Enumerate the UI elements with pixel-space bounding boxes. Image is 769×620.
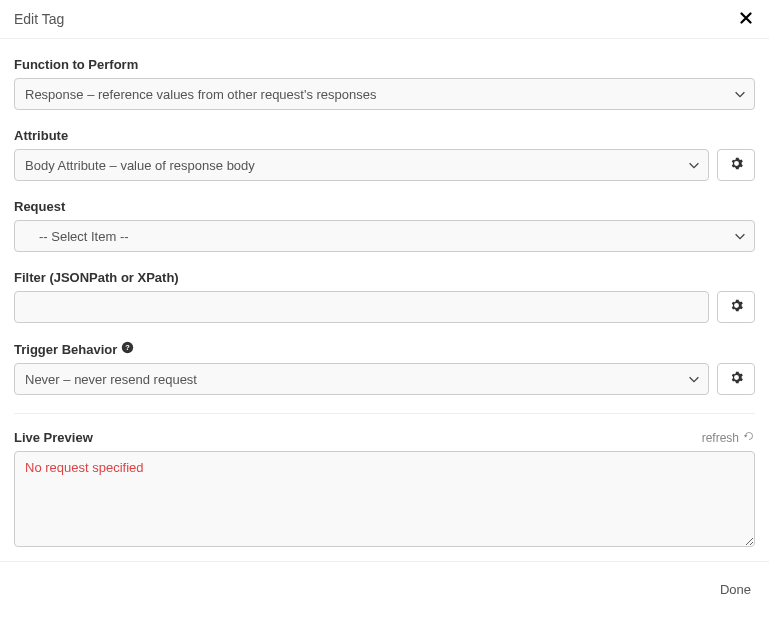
- trigger-select[interactable]: Never – never resend request: [14, 363, 709, 395]
- field-trigger: Trigger Behavior ? Never – never resend …: [14, 341, 755, 395]
- preview-message: No request specified: [25, 460, 144, 475]
- field-request: Request -- Select Item --: [14, 199, 755, 252]
- attribute-label: Attribute: [14, 128, 755, 143]
- trigger-label-text: Trigger Behavior: [14, 342, 117, 357]
- preview-textarea[interactable]: No request specified: [14, 451, 755, 547]
- filter-input[interactable]: [14, 291, 709, 323]
- dialog-header: Edit Tag: [0, 0, 769, 39]
- trigger-select-value: Never – never resend request: [25, 372, 197, 387]
- trigger-settings-button[interactable]: [717, 363, 755, 395]
- trigger-label: Trigger Behavior ?: [14, 341, 755, 357]
- gear-icon: [730, 157, 743, 173]
- field-function: Function to Perform Response – reference…: [14, 57, 755, 110]
- function-select-value: Response – reference values from other r…: [25, 87, 377, 102]
- attribute-select-value: Body Attribute – value of response body: [25, 158, 255, 173]
- request-select[interactable]: -- Select Item --: [14, 220, 755, 252]
- attribute-select[interactable]: Body Attribute – value of response body: [14, 149, 709, 181]
- field-preview: Live Preview refresh No request specifie…: [14, 430, 755, 547]
- refresh-button[interactable]: refresh: [702, 430, 755, 445]
- close-button[interactable]: [737, 10, 755, 28]
- request-label: Request: [14, 199, 755, 214]
- field-filter: Filter (JSONPath or XPath): [14, 270, 755, 323]
- gear-icon: [730, 371, 743, 387]
- filter-label: Filter (JSONPath or XPath): [14, 270, 755, 285]
- help-icon[interactable]: ?: [121, 341, 134, 357]
- divider: [14, 413, 755, 414]
- attribute-settings-button[interactable]: [717, 149, 755, 181]
- close-icon: [740, 12, 752, 27]
- filter-settings-button[interactable]: [717, 291, 755, 323]
- refresh-label: refresh: [702, 431, 739, 445]
- done-button[interactable]: Done: [716, 576, 755, 603]
- svg-text:?: ?: [126, 343, 131, 352]
- refresh-icon: [743, 430, 755, 445]
- request-select-value: -- Select Item --: [25, 229, 129, 244]
- function-select[interactable]: Response – reference values from other r…: [14, 78, 755, 110]
- dialog-footer: Done: [0, 561, 769, 603]
- gear-icon: [730, 299, 743, 315]
- function-label: Function to Perform: [14, 57, 755, 72]
- dialog-title: Edit Tag: [14, 11, 64, 27]
- field-attribute: Attribute Body Attribute – value of resp…: [14, 128, 755, 181]
- dialog-body: Function to Perform Response – reference…: [0, 39, 769, 561]
- preview-label: Live Preview: [14, 430, 93, 445]
